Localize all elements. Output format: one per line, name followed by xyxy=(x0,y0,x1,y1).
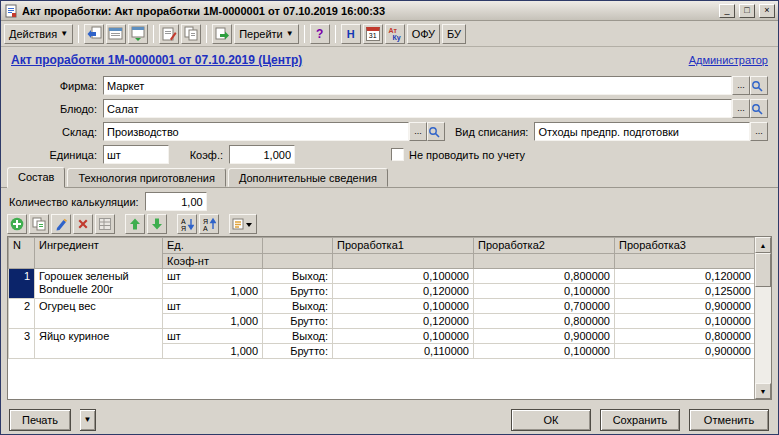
row-number-cell[interactable]: 3 xyxy=(9,329,35,359)
column-header-p1[interactable]: Проработка1 xyxy=(333,238,474,254)
subordination-structure-icon[interactable]: Н xyxy=(341,24,361,44)
help-icon[interactable]: ? xyxy=(310,24,330,44)
fill-dropdown-icon[interactable] xyxy=(229,214,257,234)
administrator-link[interactable]: Администратор xyxy=(689,54,768,66)
ok-button[interactable]: ОК xyxy=(511,409,591,431)
column-header-p2[interactable]: Проработка2 xyxy=(474,238,615,254)
grid-cell[interactable]: 0,100000 xyxy=(333,299,474,314)
bu-button[interactable]: БУ xyxy=(442,24,466,44)
grid-cell[interactable]: 0,900000 xyxy=(615,299,756,314)
writeoff-input[interactable] xyxy=(534,122,750,141)
actions-button[interactable]: Действия▼ xyxy=(4,24,73,44)
cancel-button[interactable]: Отменить xyxy=(689,409,769,431)
grid-cell[interactable]: 0,900000 xyxy=(474,329,615,344)
grid-cell[interactable]: 0,700000 xyxy=(474,299,615,314)
grid-cell[interactable]: 0,800000 xyxy=(474,314,615,329)
unit-cell[interactable]: шт xyxy=(163,269,263,284)
copy-row-icon[interactable] xyxy=(29,214,49,234)
scrollbar-thumb[interactable] xyxy=(755,253,771,287)
table-row[interactable]: 3 Яйцо куриное шт Выход: 0,100000 0,9000… xyxy=(9,329,756,344)
writeoff-select-button[interactable]: ... xyxy=(750,122,768,141)
move-up-icon[interactable] xyxy=(125,214,145,234)
move-down-icon[interactable] xyxy=(147,214,167,234)
dish-lookup-icon[interactable] xyxy=(750,99,768,118)
edit-row-icon[interactable] xyxy=(51,214,71,234)
tab-technology[interactable]: Технология приготовления xyxy=(67,168,225,187)
grid-cell[interactable]: 0,100000 xyxy=(333,329,474,344)
document-title-link[interactable]: Акт проработки 1М-0000001 от 07.10.2019 … xyxy=(11,53,302,67)
grid-settings-icon[interactable] xyxy=(95,214,115,234)
close-button[interactable]: × xyxy=(759,4,775,18)
add-row-icon[interactable] xyxy=(7,214,27,234)
checkbox-icon[interactable] xyxy=(391,148,404,161)
column-header-ingredient[interactable]: Ингредиент xyxy=(35,238,163,269)
minimize-button[interactable]: _ xyxy=(719,4,735,18)
row-number-cell[interactable]: 1 xyxy=(9,269,35,299)
copy-document-icon[interactable] xyxy=(181,24,201,44)
sort-desc-icon[interactable]: ЯА xyxy=(199,214,219,234)
accounting-operations-icon[interactable]: АтКу xyxy=(385,24,405,44)
grid-cell[interactable]: 0,800000 xyxy=(615,329,756,344)
grid-cell[interactable]: 0,800000 xyxy=(474,269,615,284)
calc-quantity-input[interactable] xyxy=(145,192,207,211)
write-document-icon[interactable] xyxy=(84,24,104,44)
column-header-p3[interactable]: Проработка3 xyxy=(615,238,756,254)
grid-cell[interactable]: 0,125000 xyxy=(615,284,756,299)
sort-asc-icon[interactable]: АЯ xyxy=(177,214,197,234)
ofu-button[interactable]: ОФУ xyxy=(407,24,440,44)
table-row[interactable]: 2 Огурец вес шт Выход: 0,100000 0,700000… xyxy=(9,299,756,314)
unit-input[interactable] xyxy=(103,145,169,164)
dish-input[interactable] xyxy=(103,99,732,118)
grid-cell[interactable]: 0,120000 xyxy=(333,284,474,299)
ingredient-cell[interactable]: Огурец вес xyxy=(35,299,163,329)
scroll-down-icon[interactable]: ▼ xyxy=(755,383,771,399)
print-split-button[interactable]: Печать ▼ xyxy=(9,409,96,431)
column-header-coef[interactable]: Коэф-нт xyxy=(163,254,263,269)
warehouse-select-button[interactable]: ... xyxy=(409,122,427,141)
grid-cell[interactable]: 0,110000 xyxy=(333,344,474,359)
grid-cell[interactable]: 0,100000 xyxy=(474,344,615,359)
coef-cell[interactable]: 1,000 xyxy=(163,314,263,329)
firm-lookup-icon[interactable] xyxy=(750,76,768,95)
firm-input[interactable] xyxy=(103,76,732,95)
row-number-cell[interactable]: 2 xyxy=(9,299,35,329)
tab-sostav[interactable]: Состав xyxy=(7,167,65,188)
column-header-unit[interactable]: Ед. xyxy=(163,238,263,254)
grid-cell[interactable]: 0,100000 xyxy=(333,269,474,284)
show-in-list-icon[interactable] xyxy=(128,24,148,44)
save-button[interactable]: Сохранить xyxy=(600,409,680,431)
print-dropdown-button[interactable]: ▼ xyxy=(80,409,96,431)
firm-select-button[interactable]: ... xyxy=(732,76,750,95)
coef-cell[interactable]: 1,000 xyxy=(163,344,263,359)
unit-cell[interactable]: шт xyxy=(163,329,263,344)
warehouse-input[interactable] xyxy=(103,122,409,141)
goto-button[interactable]: Перейти▼ xyxy=(234,24,299,44)
column-header-n[interactable]: N xyxy=(9,238,35,269)
delete-row-icon[interactable] xyxy=(73,214,93,234)
calendar-icon[interactable]: 31 xyxy=(363,24,383,44)
coef-input[interactable] xyxy=(229,145,295,164)
tab-additional[interactable]: Дополнительные сведения xyxy=(228,168,388,187)
warehouse-lookup-icon[interactable] xyxy=(427,122,445,141)
dish-select-button[interactable]: ... xyxy=(732,99,750,118)
maximize-button[interactable]: □ xyxy=(739,4,755,18)
ingredients-grid[interactable]: N Ингредиент Ед. Проработка1 Проработка2… xyxy=(8,237,756,359)
vertical-scrollbar[interactable]: ▲ ▼ xyxy=(754,237,771,399)
ingredient-cell[interactable]: Яйцо куриное xyxy=(35,329,163,359)
unit-cell[interactable]: шт xyxy=(163,299,263,314)
goto-document-icon[interactable] xyxy=(212,24,232,44)
title-bar[interactable]: Акт проработки: Акт проработки 1М-000000… xyxy=(1,1,778,21)
grid-cell[interactable]: 0,100000 xyxy=(474,284,615,299)
open-journal-icon[interactable] xyxy=(106,24,126,44)
coef-cell[interactable]: 1,000 xyxy=(163,284,263,299)
grid-cell[interactable]: 0,120000 xyxy=(615,269,756,284)
grid-cell[interactable]: 0,900000 xyxy=(615,344,756,359)
notebook-icon[interactable] xyxy=(159,24,179,44)
grid-cell[interactable]: 0,120000 xyxy=(333,314,474,329)
grid-cell[interactable]: 0,100000 xyxy=(615,314,756,329)
scroll-up-icon[interactable]: ▲ xyxy=(755,237,771,253)
no-posting-checkbox[interactable]: Не проводить по учету xyxy=(391,148,525,161)
table-row[interactable]: 1 Горошек зеленый Bonduelle 200г шт Выхо… xyxy=(9,269,756,284)
print-button[interactable]: Печать xyxy=(9,409,71,431)
ingredient-cell[interactable]: Горошек зеленый Bonduelle 200г xyxy=(35,269,163,299)
